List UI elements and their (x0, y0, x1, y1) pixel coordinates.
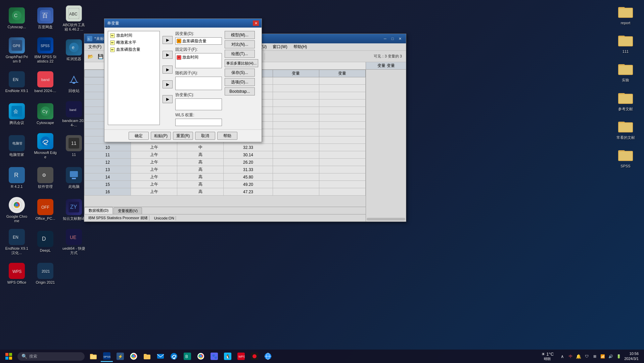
taskbar-mail[interactable] (154, 351, 167, 362)
wls-field-group: WLS 权重: (175, 112, 222, 126)
options-button[interactable]: 选项(O)... (225, 78, 255, 86)
tray-notification[interactable]: 🔔 (575, 353, 582, 360)
modal-overlay: 单变量 ✕ ✏ 放血时间 ✏ 雌激素水平 (0, 0, 644, 363)
modal-close-button[interactable]: ✕ (253, 21, 259, 26)
var-name-1: 放血时间 (116, 33, 132, 38)
taskbar-global[interactable] (262, 351, 274, 362)
taskbar-qq[interactable]: 🐧 (222, 351, 234, 362)
arrow-dep-button[interactable]: ▶ (163, 36, 173, 44)
dependent-field-box[interactable]: ✏ 血浆磷脂含量 (175, 37, 222, 45)
taskbar-chrome2[interactable] (195, 351, 207, 362)
taskbar: 🔍 搜索 SPSS ⚡ (0, 350, 644, 363)
plot-button[interactable]: 绘图(T)... (225, 50, 255, 58)
dependent-field-group: 因变量(D): ✏ 血浆磷脂含量 (175, 31, 222, 45)
arrow-wls-button[interactable]: ▶ (163, 95, 173, 103)
tray-battery[interactable]: 🔋 (615, 353, 622, 360)
paste-button[interactable]: 粘贴(P) (151, 132, 171, 140)
fixed-factor-item: ✏ 放血时间 (177, 54, 221, 60)
fixed-factor-value: 放血时间 (182, 54, 198, 60)
var-item-2[interactable]: ✏ 雌激素水平 (109, 39, 159, 46)
modal-title: 单变量 (107, 21, 119, 26)
taskbar-spss[interactable]: SPSS (101, 351, 113, 362)
taskbar-record[interactable] (248, 351, 261, 362)
modal-center-arrows: ▶ ▶ ▶ ▶ ▶ (163, 31, 173, 126)
tray-apps[interactable]: ⊞ (591, 353, 598, 360)
posthoc-button[interactable]: 事后多重比较(H)... (225, 59, 258, 67)
arrow-buttons-group: ▶ ▶ ▶ ▶ ▶ (163, 33, 173, 107)
save-modal-button[interactable]: 保存(S)... (225, 69, 255, 77)
svg-rect-73 (5, 357, 8, 360)
covariate-field-box[interactable] (175, 98, 222, 110)
fixed-factor-field-group: 固定因子(F): ✏ 放血时间 (175, 47, 222, 68)
dependent-label: 因变量(D): (175, 31, 222, 37)
random-factor-label: 随机因子(A): (175, 70, 222, 76)
var-pencil-icon-1: ✏ (110, 33, 115, 38)
svg-text:SPSS: SPSS (103, 355, 110, 358)
var-name-2: 雌激素水平 (116, 40, 136, 45)
var-item-1[interactable]: ✏ 放血时间 (109, 32, 159, 39)
taskbar-unknown1[interactable]: ⚡ (114, 351, 126, 362)
taskbar-paw[interactable]: 🐾 (208, 351, 220, 362)
reset-button[interactable]: 重置(R) (173, 132, 193, 140)
taskbar-apps: SPSS ⚡ (87, 351, 541, 362)
arrow-covariate-button[interactable]: ▶ (163, 80, 173, 88)
help-button[interactable]: 帮助 (217, 132, 237, 140)
var-item-3[interactable]: ✏ 血浆磷脂含量 (109, 46, 159, 53)
search-icon: 🔍 (21, 354, 27, 359)
tray-volume[interactable]: 🔊 (607, 353, 614, 360)
system-tray: ∧ 中 🔔 🛡 ⊞ 📶 🔊 🔋 (559, 353, 622, 360)
svg-text:WPS: WPS (238, 355, 245, 358)
datetime-display[interactable]: 10:56 2024/3/1 (624, 351, 639, 362)
svg-rect-71 (5, 353, 8, 356)
model-button[interactable]: 模型(M)... (225, 31, 255, 39)
var-pencil-icon-3: ✏ (110, 47, 115, 52)
svg-rect-77 (91, 355, 96, 359)
modal-footer: 确定 粘贴(P) 重置(R) 取消 帮助 (104, 129, 262, 142)
random-factor-field-box[interactable] (175, 77, 222, 90)
covariate-label: 协变量(C): (175, 92, 222, 98)
tray-wifi[interactable]: 📶 (599, 353, 606, 360)
taskbar-right: ☀ 1°C 晴朗 ∧ 中 🔔 🛡 ⊞ 📶 🔊 🔋 10:56 2024/3/1 (541, 351, 641, 362)
arrow-random-button[interactable]: ▶ (163, 66, 173, 74)
taskbar-edge[interactable] (168, 351, 180, 362)
fixed-factor-field-box[interactable]: ✏ 放血时间 (175, 53, 222, 68)
modal-dialog: 单变量 ✕ ✏ 放血时间 ✏ 雌激素水平 (104, 18, 262, 142)
var-pencil-icon-2: ✏ (110, 40, 115, 45)
fixed-var-icon: ✏ (177, 55, 181, 60)
ok-button[interactable]: 确定 (129, 132, 149, 140)
modal-fields: 因变量(D): ✏ 血浆磷脂含量 固定因子(F): (175, 31, 222, 126)
modal-variable-list-panel: ✏ 放血时间 ✏ 雌激素水平 ✏ 血浆磷脂含量 (108, 31, 160, 126)
svg-rect-85 (144, 354, 147, 356)
start-button[interactable] (3, 351, 15, 362)
covariate-field-group: 协变量(C): (175, 92, 222, 110)
taskbar-bing[interactable]: B (181, 351, 193, 362)
svg-rect-72 (9, 353, 12, 356)
wls-field-box[interactable] (175, 119, 222, 126)
taskbar-search-box[interactable]: 🔍 搜索 (17, 352, 85, 361)
weather-widget[interactable]: ☀ 1°C 晴朗 (541, 352, 554, 361)
svg-text:🐾: 🐾 (212, 354, 218, 359)
weather-temp: ☀ 1°C (541, 352, 554, 357)
search-placeholder: 搜索 (29, 354, 37, 359)
time-display: 10:56 (624, 351, 639, 356)
svg-rect-74 (9, 357, 12, 360)
svg-text:⚡: ⚡ (118, 354, 123, 359)
svg-rect-86 (157, 354, 164, 359)
dependent-field-item: ✏ 血浆磷脂含量 (177, 38, 206, 44)
cancel-button[interactable]: 取消 (195, 132, 215, 140)
tray-security[interactable]: 🛡 (583, 353, 590, 360)
modal-body: ✏ 放血时间 ✏ 雌激素水平 ✏ 血浆磷脂含量 (104, 28, 262, 129)
arrow-fixed-button[interactable]: ▶ (163, 51, 173, 59)
taskbar-folder[interactable] (141, 351, 153, 362)
modal-titlebar: 单变量 ✕ (104, 19, 262, 28)
tray-input-method[interactable]: 中 (567, 353, 574, 360)
taskbar-wps[interactable]: WPS (235, 351, 247, 362)
tray-up-arrow[interactable]: ∧ (559, 353, 566, 360)
date-display: 2024/3/1 (624, 356, 639, 361)
dependent-value: 血浆磷脂含量 (182, 38, 206, 44)
svg-text:B: B (185, 354, 188, 359)
bootstrap-button[interactable]: Bootstrap... (225, 87, 255, 95)
taskbar-chrome[interactable] (128, 351, 140, 362)
taskbar-file-explorer[interactable] (87, 351, 99, 362)
contrast-button[interactable]: 对比(N)... (225, 40, 255, 48)
